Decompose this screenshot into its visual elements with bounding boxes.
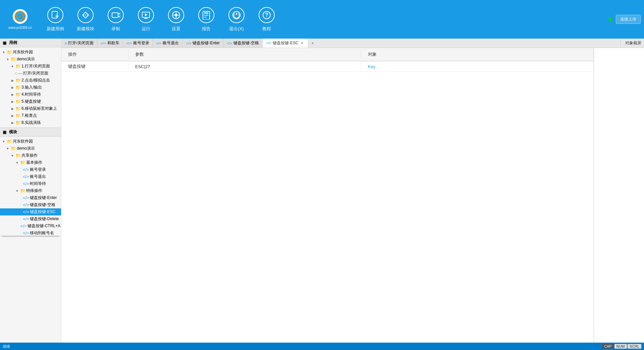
tree-item-case6[interactable]: ▶ 📁 6.移动鼠标至对象上 bbox=[0, 105, 61, 112]
help-label: 教程 bbox=[262, 26, 271, 32]
toggle-ms6-leaf bbox=[19, 231, 22, 235]
module-icon-m3: </> bbox=[23, 181, 29, 186]
toggle-case8[interactable]: ▶ bbox=[10, 120, 15, 125]
toggle-case7[interactable]: ▶ bbox=[10, 113, 15, 118]
tree-item-case3[interactable]: ▶ 📁 3.输入/输出 bbox=[0, 84, 61, 91]
tab-heche[interactable]: </> 和欺车 bbox=[97, 39, 123, 48]
new-case-label: 新建用例 bbox=[47, 26, 64, 32]
new-module-button[interactable]: </> 新建模块 bbox=[70, 4, 101, 35]
toggle-demo[interactable]: ▼ bbox=[5, 57, 10, 62]
toggle-root[interactable]: ▼ bbox=[1, 50, 6, 55]
tab-key-esc[interactable]: </> 键盘按键-ESC × bbox=[263, 39, 308, 48]
svg-text:IT: IT bbox=[19, 15, 22, 18]
help-button[interactable]: ? 教程 bbox=[252, 4, 282, 35]
tree-item-mshared[interactable]: ▼ 📁 共享操作 bbox=[0, 152, 61, 159]
tree-item-root[interactable]: ▼ 📁 河东软件园 bbox=[0, 49, 61, 56]
modules-header: ▣ 模块 bbox=[0, 128, 61, 137]
tab-key-enter[interactable]: </> 键盘按键-Enter bbox=[182, 39, 223, 48]
main-table-section: 操作 参数 对象 键盘按键 ESC|27 Key bbox=[61, 48, 594, 343]
run-button[interactable]: 运行 bbox=[131, 4, 161, 35]
toggle-case1[interactable]: ▼ bbox=[10, 64, 15, 69]
toggle-case5[interactable]: ▶ bbox=[10, 99, 15, 104]
new-case-button[interactable]: 新建用例 bbox=[40, 4, 70, 35]
run-label: 运行 bbox=[142, 26, 150, 32]
svg-rect-6 bbox=[112, 13, 118, 17]
tree-item-case8[interactable]: ▶ 📁 8.实战演练 bbox=[0, 119, 61, 126]
tree-item-mdemo[interactable]: ▼ 📁 demo演示 bbox=[0, 145, 61, 152]
upload-button[interactable]: 连接上传 bbox=[616, 15, 641, 24]
tab-icon-key-esc: </> bbox=[266, 41, 271, 45]
cap-key: CAP bbox=[602, 344, 614, 349]
website-label: www.pc0359.cn bbox=[8, 26, 32, 30]
tree-item-mspecial[interactable]: ▼ 📁 特殊操作 bbox=[0, 187, 61, 194]
exit-label: 退出(X) bbox=[229, 26, 244, 32]
module-icon-m2: </> bbox=[23, 174, 29, 179]
scroll-indicator bbox=[1, 236, 60, 237]
run-icon bbox=[138, 7, 154, 23]
col-header-operation: 操作 bbox=[61, 50, 128, 59]
tab-close-key-esc[interactable]: × bbox=[300, 41, 305, 45]
status-right: CAP NUM SCRL bbox=[602, 344, 641, 349]
tree-item-demo[interactable]: ▼ 📁 demo演示 bbox=[0, 56, 61, 63]
close-all-button[interactable]: × bbox=[310, 40, 316, 46]
tree-item-mbasic[interactable]: ▼ 📁 基本操作 bbox=[0, 159, 61, 166]
tree-item-ms2[interactable]: </> 键盘按键-空格 bbox=[0, 201, 61, 208]
module-icon-ms5: </> bbox=[20, 223, 27, 229]
tree-item-ms4[interactable]: </> 键盘按键-Delete bbox=[0, 215, 61, 222]
report-button[interactable]: 报告 bbox=[191, 4, 221, 35]
tree-item-ms6[interactable]: </> 移动到账号名 bbox=[0, 230, 61, 235]
toggle-m2-leaf bbox=[19, 174, 22, 179]
settings-icon bbox=[168, 7, 184, 23]
folder-icon-case8: 📁 bbox=[15, 120, 21, 125]
toggle-case4[interactable]: ▶ bbox=[10, 92, 15, 97]
toggle-mbasic[interactable]: ▼ bbox=[15, 160, 19, 165]
record-button[interactable]: 录制 bbox=[101, 4, 131, 35]
table-empty-space bbox=[61, 72, 594, 343]
folder-icon-case6: 📁 bbox=[15, 106, 21, 111]
tree-item-m1[interactable]: </> 账号登录 bbox=[0, 166, 61, 173]
tab-open-close[interactable]: ≡ 打开/关闭页面 bbox=[61, 39, 97, 48]
toggle-m1-leaf bbox=[19, 167, 22, 172]
col-header-object: 对象 bbox=[361, 50, 594, 59]
file-icon-case1-1: — bbox=[18, 71, 22, 76]
tree-item-case4[interactable]: ▶ 📁 4.时间等待 bbox=[0, 91, 61, 98]
folder-icon-mdemo: 📁 bbox=[11, 146, 16, 151]
tree-item-case5[interactable]: ▶ 📁 5.键盘按键 bbox=[0, 98, 61, 105]
modules-panel: ▣ 模块 ▼ 📁 河东软件园 ▼ 📁 demo演示 ▼ bbox=[0, 128, 61, 235]
tab-key-space[interactable]: </> 键盘按键-空格 bbox=[223, 39, 263, 48]
toggle-mshared[interactable]: ▼ bbox=[10, 153, 15, 158]
table-row: 键盘按键 ESC|27 Key bbox=[61, 61, 594, 72]
svg-text:?: ? bbox=[265, 12, 268, 18]
tree-item-case2[interactable]: ▶ 📁 2.点击/模拟点击 bbox=[0, 77, 61, 84]
toggle-case3[interactable]: ▶ bbox=[10, 85, 15, 90]
tree-item-m2[interactable]: </> 账号退出 bbox=[0, 173, 61, 180]
toggle-mroot[interactable]: ▼ bbox=[1, 139, 6, 144]
tree-item-ms3[interactable]: </> 键盘按键-ESC bbox=[0, 208, 61, 215]
tabs-bar: ≡ 打开/关闭页面 </> 和欺车 </> 账号登录 </> 账号退出 </> … bbox=[61, 39, 644, 48]
tree-item-ms5[interactable]: </> 键盘按键-CTRL+A bbox=[0, 222, 61, 230]
toggle-mspecial[interactable]: ▼ bbox=[15, 189, 19, 193]
module-icon-ms1: </> bbox=[23, 195, 29, 200]
object-panel-tab-label: 对象截屏 bbox=[623, 40, 644, 46]
toggle-ms2-leaf bbox=[19, 203, 22, 207]
tree-item-case7[interactable]: ▶ 📁 7.检查点 bbox=[0, 112, 61, 119]
tree-item-m3[interactable]: </> 时间等待 bbox=[0, 180, 61, 187]
exit-button[interactable]: 退出(X) bbox=[221, 4, 252, 35]
tab-logout[interactable]: </> 账号退出 bbox=[153, 39, 183, 48]
settings-button[interactable]: 设置 bbox=[161, 4, 191, 35]
tree-item-case1[interactable]: ▼ 📁 1.打开/关闭页面 bbox=[0, 63, 61, 70]
tab-login[interactable]: </> 账号登录 bbox=[123, 39, 153, 48]
tree-item-mroot[interactable]: ▼ 📁 河东软件园 bbox=[0, 138, 61, 145]
main-content: ▣ 用例 ▼ 📁 河东软件园 ▼ 📁 demo演示 bbox=[0, 39, 644, 343]
toggle-mdemo[interactable]: ▼ bbox=[5, 146, 10, 151]
tree-item-ms1[interactable]: </> 键盘按键-Enter bbox=[0, 194, 61, 201]
tree-item-case1-1[interactable]: □ — 打开/关闭页面 bbox=[0, 70, 61, 77]
toolbar-right: 连接上传 bbox=[608, 15, 641, 24]
num-key: NUM bbox=[614, 344, 627, 349]
toggle-case2[interactable]: ▶ bbox=[10, 78, 15, 83]
tab-icon-login: </> bbox=[126, 41, 132, 45]
svg-point-14 bbox=[175, 14, 177, 16]
settings-label: 设置 bbox=[172, 26, 180, 32]
cell-object[interactable]: Key bbox=[361, 61, 594, 71]
toggle-case6[interactable]: ▶ bbox=[10, 106, 15, 111]
